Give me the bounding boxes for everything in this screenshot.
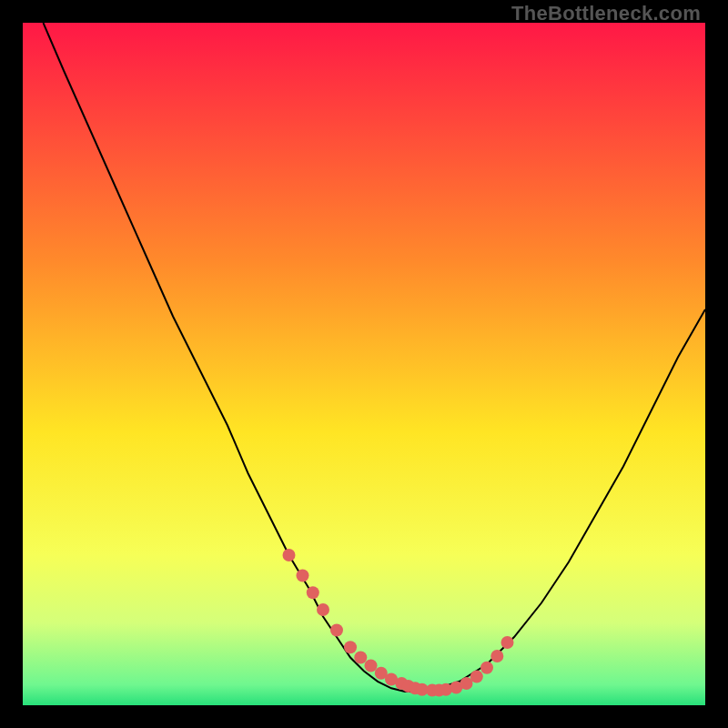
range-dot: [283, 549, 296, 561]
range-dot: [307, 586, 319, 599]
chart-canvas: [23, 23, 705, 705]
range-dot: [480, 662, 493, 674]
range-dot: [365, 660, 378, 672]
chart-svg: [23, 23, 705, 705]
gradient-background: [23, 23, 705, 705]
range-dot: [344, 641, 357, 653]
range-dot: [501, 636, 514, 649]
range-dot: [354, 652, 367, 664]
outer-frame: TheBottleneck.com: [0, 0, 728, 728]
range-dot: [317, 603, 329, 616]
range-dot: [297, 570, 309, 582]
range-dot: [330, 624, 343, 637]
watermark-text: TheBottleneck.com: [511, 2, 701, 25]
range-dot: [470, 671, 483, 683]
range-dot: [490, 650, 503, 662]
